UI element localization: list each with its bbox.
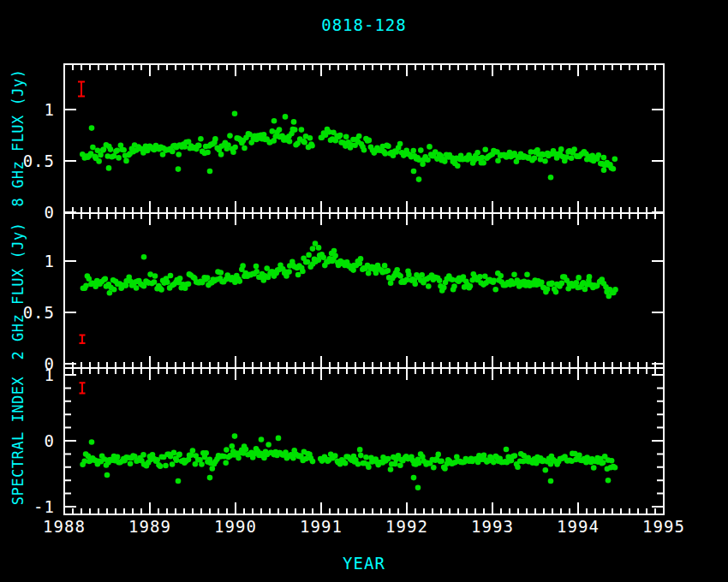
y-tick-label: 0.5 <box>12 303 55 322</box>
x-axis-title: YEAR <box>0 554 728 573</box>
x-tick-label: 1994 <box>544 517 612 536</box>
axis-ticks <box>64 64 664 514</box>
x-tick-label: 1995 <box>630 517 698 536</box>
x-tick-label: 1993 <box>458 517 527 536</box>
x-tick-label: 1988 <box>30 517 98 536</box>
y-tick-label: 1 <box>12 252 55 270</box>
x-tick-label: 1989 <box>116 517 184 536</box>
panel-spectral-index-points <box>80 433 618 490</box>
panel-8ghz-points <box>80 111 618 182</box>
y-tick-label: -1 <box>12 497 55 516</box>
y-tick-label: 1 <box>12 365 55 384</box>
x-tick-label: 1992 <box>373 517 441 536</box>
light-curve-figure: 0818-128 8 GHz FLUX (Jy) 2 GHz FLUX (Jy)… <box>0 0 728 582</box>
plot-frame <box>64 64 664 514</box>
error-bar-2ghz <box>80 335 86 343</box>
error-bar-8ghz <box>78 82 85 97</box>
y-axis-title-8ghz: 8 GHz FLUX (Jy) <box>9 68 27 206</box>
y-tick-label: 0 <box>12 203 55 222</box>
x-tick-label: 1990 <box>201 517 270 536</box>
y-tick-label: 0 <box>12 431 55 450</box>
x-tick-label: 1991 <box>287 517 355 536</box>
y-tick-label: 1 <box>12 100 55 119</box>
y-axis-title-2ghz: 2 GHz FLUX (Jy) <box>9 222 27 359</box>
y-tick-label: 0.5 <box>12 151 55 170</box>
error-bar-spectral-index <box>80 383 86 393</box>
panel-2ghz-points <box>81 241 618 299</box>
plot-canvas <box>0 0 728 582</box>
